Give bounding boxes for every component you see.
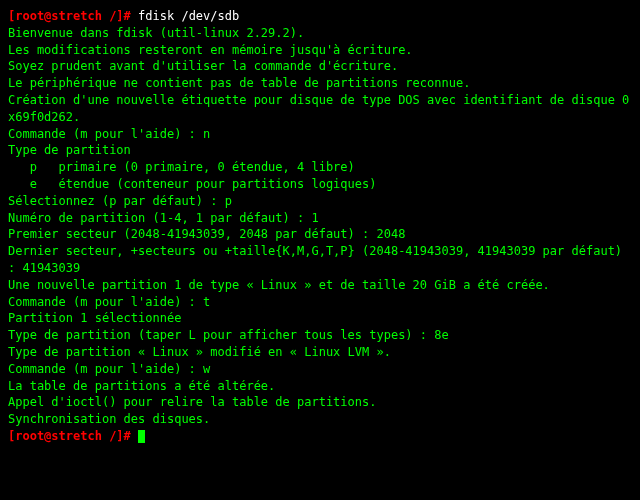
output-line: Commande (m pour l'aide) : w [8, 361, 632, 378]
prompt-line-2[interactable]: [root@stretch /]# [8, 428, 632, 445]
output-line: e étendue (conteneur pour partitions log… [8, 176, 632, 193]
output-line: Type de partition « Linux » modifié en «… [8, 344, 632, 361]
output-line: p primaire (0 primaire, 0 étendue, 4 lib… [8, 159, 632, 176]
prompt-user-host: [root@stretch /] [8, 9, 124, 23]
cursor-icon [138, 430, 145, 443]
output-line: Bienvenue dans fdisk (util-linux 2.29.2)… [8, 25, 632, 42]
output-line: Premier secteur (2048-41943039, 2048 par… [8, 226, 632, 243]
prompt-user-host: [root@stretch /] [8, 429, 124, 443]
command-fdisk: fdisk /dev/sdb [138, 9, 239, 23]
prompt-symbol: # [124, 9, 131, 23]
output-line: Création d'une nouvelle étiquette pour d… [8, 92, 632, 126]
output-line: Numéro de partition (1-4, 1 par défaut) … [8, 210, 632, 227]
output-line: Dernier secteur, +secteurs ou +taille{K,… [8, 243, 632, 277]
output-line: La table de partitions a été altérée. [8, 378, 632, 395]
output-line: Appel d'ioctl() pour relire la table de … [8, 394, 632, 411]
output-line: Une nouvelle partition 1 de type « Linux… [8, 277, 632, 294]
output-line: Les modifications resteront en mémoire j… [8, 42, 632, 59]
output-line: Type de partition [8, 142, 632, 159]
output-line: Type de partition (taper L pour afficher… [8, 327, 632, 344]
output-line: Sélectionnez (p par défaut) : p [8, 193, 632, 210]
prompt-symbol: # [124, 429, 131, 443]
output-line: Le périphérique ne contient pas de table… [8, 75, 632, 92]
prompt-line-1: [root@stretch /]# fdisk /dev/sdb [8, 8, 632, 25]
output-line: Soyez prudent avant d'utiliser la comman… [8, 58, 632, 75]
output-line: Commande (m pour l'aide) : t [8, 294, 632, 311]
output-line: Partition 1 sélectionnée [8, 310, 632, 327]
output-line: Synchronisation des disques. [8, 411, 632, 428]
output-line: Commande (m pour l'aide) : n [8, 126, 632, 143]
